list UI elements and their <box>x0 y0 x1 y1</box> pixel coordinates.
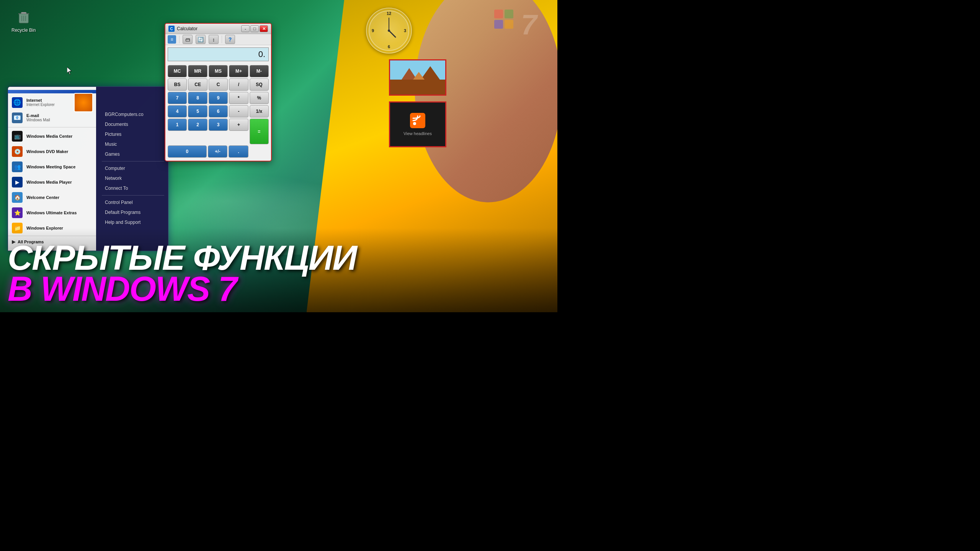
start-item-media-center[interactable]: 📺 Windows Media Center <box>8 129 96 144</box>
calc-divide[interactable]: / <box>229 78 248 91</box>
rss-widget[interactable]: View headlines <box>389 101 446 147</box>
calc-sign[interactable]: +/- <box>208 145 228 158</box>
title-line2: В WINDOWS 7 <box>8 274 237 305</box>
svg-text:6: 6 <box>388 44 390 49</box>
calc-convert-button[interactable]: 🔄 <box>196 35 206 44</box>
start-right-control-panel[interactable]: Control Panel <box>102 198 164 207</box>
desktop: Recycle Bin 12 3 6 9 <box>0 0 557 312</box>
calc-multiply[interactable]: * <box>229 92 248 104</box>
calc-add[interactable]: + <box>229 119 248 131</box>
calc-ms[interactable]: MS <box>209 65 228 77</box>
calc-mminus[interactable]: M- <box>250 65 269 77</box>
calc-2[interactable]: 2 <box>188 119 207 131</box>
svg-marker-21 <box>67 67 72 75</box>
calc-mode-icon[interactable]: ≡ <box>168 35 176 44</box>
start-right-pictures[interactable]: Pictures <box>102 130 164 139</box>
calc-decimal[interactable]: . <box>229 145 248 158</box>
start-right-network[interactable]: Network <box>102 174 164 183</box>
mouse-cursor <box>67 67 73 75</box>
photo-widget <box>389 59 446 96</box>
calc-row3: 4 5 6 - 1/x <box>168 105 269 117</box>
svg-rect-11 <box>390 80 446 96</box>
calc-mc[interactable]: MC <box>168 65 187 77</box>
start-item-internet-text: Internet Internet Explorer <box>26 98 55 107</box>
calc-menu: ≡ 🗃 🔄 ↕ ? <box>165 34 271 45</box>
calc-7[interactable]: 7 <box>168 92 187 104</box>
calc-history-button[interactable]: 🗃 <box>183 35 193 44</box>
svg-text:12: 12 <box>387 11 391 16</box>
svg-text:7: 7 <box>521 8 538 38</box>
start-right-music[interactable]: Music <box>102 140 164 149</box>
svg-text:9: 9 <box>372 28 374 33</box>
clock-face: 12 3 6 9 <box>368 10 410 52</box>
calc-row4: 1 2 3 + = <box>168 119 269 144</box>
calc-1[interactable]: 1 <box>168 119 187 131</box>
calc-memory-row: MC MR MS M+ M- <box>168 65 269 77</box>
calc-worksheets-button[interactable]: ↕ <box>209 35 219 44</box>
start-item-email[interactable]: 📧 E-mail Windows Mail <box>8 110 96 126</box>
start-right-bgr[interactable]: BGRComputers.co <box>102 110 164 119</box>
start-right-connect-to[interactable]: Connect To <box>102 184 164 193</box>
start-right-documents[interactable]: Documents <box>102 120 164 129</box>
start-item-welcome-center[interactable]: 🏠 Welcome Center <box>8 190 96 205</box>
calc-display: 0. <box>168 47 269 61</box>
windows-flag <box>492 8 515 32</box>
start-item-dvd-maker[interactable]: 💿 Windows DVD Maker <box>8 144 96 159</box>
svg-rect-20 <box>505 20 513 29</box>
photo-widget-inner <box>390 60 445 95</box>
start-right-default-programs[interactable]: Default Programs <box>102 208 164 217</box>
calc-title-text: Calculator <box>177 26 239 31</box>
calc-help-button[interactable]: ? <box>225 35 235 44</box>
recycle-bin-label: Recycle Bin <box>11 28 36 33</box>
recycle-bin[interactable]: Recycle Bin <box>11 8 36 33</box>
calc-equals[interactable]: = <box>250 119 269 144</box>
calc-8[interactable]: 8 <box>188 92 207 104</box>
calc-close-button[interactable]: ✕ <box>260 25 268 32</box>
media-player-icon: ▶ <box>12 177 23 187</box>
svg-point-15 <box>413 122 416 125</box>
calc-sqrt[interactable]: SQ <box>250 78 269 91</box>
start-right-help[interactable]: Help and Support <box>102 218 164 227</box>
ultimate-extras-icon: ⭐ <box>12 207 23 218</box>
calc-percent[interactable]: % <box>250 92 269 104</box>
calc-row1: BS CE C / SQ <box>168 78 269 91</box>
calc-maximize-button[interactable]: □ <box>250 25 259 32</box>
start-item-ultimate-extras[interactable]: ⭐ Windows Ultimate Extras <box>8 205 96 220</box>
welcome-center-icon: 🏠 <box>12 192 23 203</box>
calc-9[interactable]: 9 <box>209 92 228 104</box>
calc-ce[interactable]: CE <box>188 78 207 91</box>
windows-mail-icon: 📧 <box>12 112 23 123</box>
calc-5[interactable]: 5 <box>188 105 207 117</box>
calc-minimize-button[interactable]: - <box>241 25 250 32</box>
clock-widget: 12 3 6 9 <box>366 8 412 54</box>
start-right-games[interactable]: Games <box>102 150 164 159</box>
calc-reciprocal[interactable]: 1/x <box>250 105 269 117</box>
calc-equals-placeholder <box>250 145 269 158</box>
calc-bs[interactable]: BS <box>168 78 187 91</box>
svg-text:3: 3 <box>404 28 406 33</box>
dvd-maker-icon: 💿 <box>12 146 23 157</box>
start-menu-left: 🌐 Internet Internet Explorer 📧 E-mail Wi… <box>8 87 96 251</box>
calc-subtract[interactable]: - <box>229 105 248 117</box>
user-avatar <box>74 93 93 112</box>
calc-4[interactable]: 4 <box>168 105 187 117</box>
calc-6[interactable]: 6 <box>209 105 228 117</box>
svg-rect-1 <box>19 14 28 23</box>
win7-logo: 7 <box>519 8 550 38</box>
calc-mr[interactable]: MR <box>188 65 207 77</box>
calc-3[interactable]: 3 <box>209 119 228 131</box>
calc-0[interactable]: 0 <box>168 145 207 158</box>
svg-rect-18 <box>505 10 513 18</box>
start-right-computer[interactable]: Computer <box>102 164 164 173</box>
start-menu: 🌐 Internet Internet Explorer 📧 E-mail Wi… <box>8 86 168 251</box>
start-item-media-player[interactable]: ▶ Windows Media Player <box>8 174 96 190</box>
calc-mplus[interactable]: M+ <box>229 65 248 77</box>
calc-titlebar: C Calculator - □ ✕ <box>165 24 271 34</box>
media-center-icon: 📺 <box>12 131 23 142</box>
calc-c[interactable]: C <box>209 78 228 91</box>
separator-right-2 <box>102 195 164 196</box>
start-item-meeting-space[interactable]: 👥 Windows Meeting Space <box>8 159 96 174</box>
svg-rect-19 <box>494 20 503 29</box>
internet-explorer-icon: 🌐 <box>12 97 23 108</box>
svg-rect-17 <box>494 10 503 18</box>
